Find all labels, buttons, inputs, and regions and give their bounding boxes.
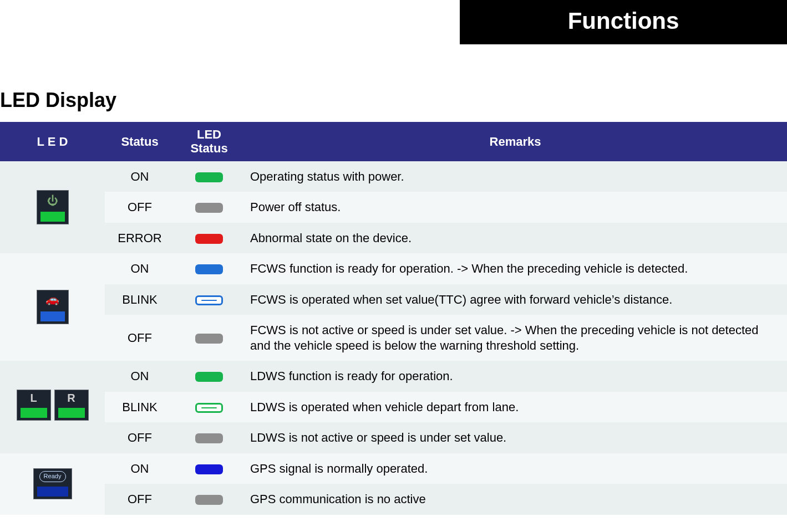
fcws-led-bar [40, 311, 65, 321]
ldws-led-icon: L R [17, 390, 89, 421]
led-pill-red [195, 234, 223, 244]
status-text: OFF [105, 422, 175, 453]
table-row: BLINK FCWS is operated when set value(TT… [0, 284, 787, 315]
col-header-ledstatus: LED Status [175, 122, 243, 161]
remarks-text: GPS signal is normally operated. [243, 453, 787, 484]
status-text: OFF [105, 192, 175, 223]
ldws-left-bar [21, 408, 47, 418]
table-row: OFF GPS communication is no active [0, 484, 787, 515]
page-header: Functions [460, 0, 787, 44]
led-status-cell [175, 392, 243, 423]
col-header-status: Status [105, 122, 175, 161]
table-row: L R ON LDWS function is ready for operat… [0, 361, 787, 392]
ldws-left-cell: L [17, 390, 51, 421]
table-header-row: L E D Status LED Status Remarks [0, 122, 787, 161]
remarks-text: Power off status. [243, 192, 787, 223]
table-row: OFF FCWS is not active or speed is under… [0, 315, 787, 361]
col-header-remarks: Remarks [243, 122, 787, 161]
led-status-cell [175, 161, 243, 192]
table-row: 🚗 ON FCWS function is ready for operatio… [0, 253, 787, 284]
remarks-text: GPS communication is no active [243, 484, 787, 515]
status-text: BLINK [105, 392, 175, 423]
status-text: BLINK [105, 284, 175, 315]
led-pill-green [195, 172, 223, 182]
table-row: Ready ON GPS signal is normally operated… [0, 453, 787, 484]
car-symbol-icon: 🚗 [37, 293, 68, 306]
led-cell-power: ⏻ [0, 161, 105, 254]
section-title: LED Display [0, 89, 787, 112]
led-status-cell [175, 422, 243, 453]
remarks-text: FCWS is not active or speed is under set… [243, 315, 787, 361]
table-row: BLINK LDWS is operated when vehicle depa… [0, 392, 787, 423]
table-row: ERROR Abnormal state on the device. [0, 223, 787, 254]
status-text: ON [105, 161, 175, 192]
remarks-text: LDWS is operated when vehicle depart fro… [243, 392, 787, 423]
ready-badge: Ready [39, 471, 66, 482]
led-status-cell [175, 484, 243, 515]
status-text: ON [105, 253, 175, 284]
led-status-cell [175, 315, 243, 361]
power-led-icon: ⏻ [37, 190, 69, 224]
gps-led-bar [37, 487, 68, 497]
led-cell-ldws: L R [0, 361, 105, 453]
table-row: ⏻ ON Operating status with power. [0, 161, 787, 192]
col-header-ledstatus-text: LED Status [190, 127, 227, 155]
led-cell-gps: Ready [0, 453, 105, 515]
col-header-led: L E D [0, 122, 105, 161]
led-pill-darkblue [195, 464, 223, 474]
led-status-cell [175, 453, 243, 484]
led-pill-blink-green [195, 403, 223, 413]
led-cell-fcws: 🚗 [0, 253, 105, 361]
power-symbol-icon: ⏻ [37, 194, 68, 208]
led-status-cell [175, 192, 243, 223]
table-row: OFF Power off status. [0, 192, 787, 223]
remarks-text: Operating status with power. [243, 161, 787, 192]
led-pill-gray [195, 334, 223, 344]
ldws-right-label: R [55, 391, 88, 405]
remarks-text: FCWS function is ready for operation. ->… [243, 253, 787, 284]
status-text: ERROR [105, 223, 175, 254]
remarks-text: Abnormal state on the device. [243, 223, 787, 254]
gps-led-icon: Ready [33, 468, 72, 499]
ldws-left-label: L [17, 391, 50, 405]
led-status-cell [175, 361, 243, 392]
fcws-led-icon: 🚗 [37, 290, 69, 324]
status-text: OFF [105, 484, 175, 515]
led-status-cell [175, 284, 243, 315]
led-status-cell [175, 223, 243, 254]
remarks-text: FCWS is operated when set value(TTC) agr… [243, 284, 787, 315]
led-pill-green [195, 372, 223, 382]
led-pill-gray [195, 433, 223, 443]
status-text: ON [105, 361, 175, 392]
table-row: OFF LDWS is not active or speed is under… [0, 422, 787, 453]
ldws-right-cell: R [54, 390, 89, 421]
ldws-right-bar [58, 408, 85, 418]
status-text: OFF [105, 315, 175, 361]
led-display-table: L E D Status LED Status Remarks ⏻ ON Ope… [0, 122, 787, 515]
led-pill-gray [195, 203, 223, 213]
led-status-cell [175, 253, 243, 284]
power-led-bar [40, 212, 65, 222]
status-text: ON [105, 453, 175, 484]
led-pill-blink-blue [195, 295, 223, 305]
led-pill-blue [195, 264, 223, 274]
led-pill-gray [195, 495, 223, 505]
remarks-text: LDWS is not active or speed is under set… [243, 422, 787, 453]
remarks-text: LDWS function is ready for operation. [243, 361, 787, 392]
page-header-title: Functions [568, 8, 679, 34]
